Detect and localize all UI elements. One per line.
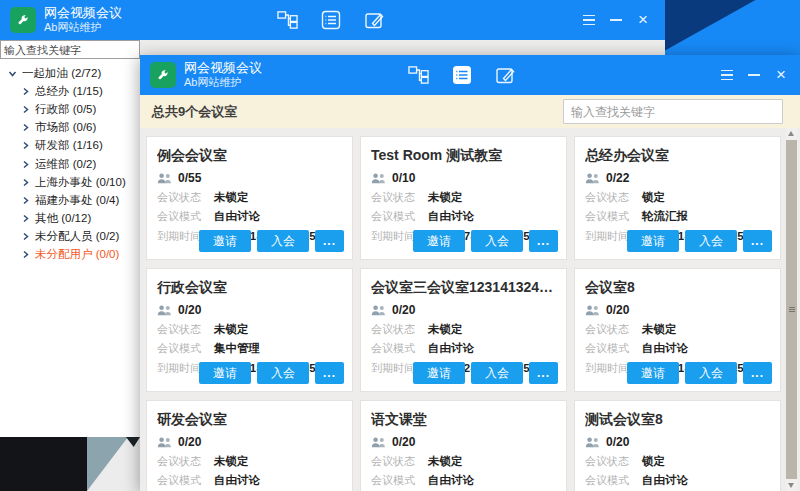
card-actions: 邀请 入会 ...	[627, 230, 772, 252]
status-label: 会议状态	[371, 190, 428, 205]
scroll-up-icon[interactable]	[788, 131, 794, 136]
mode-row: 会议模式 轮流汇报	[585, 209, 772, 224]
scrollbar-thumb[interactable]	[786, 140, 797, 479]
meeting-room-card: Test Room 测试教室 0/10 会议状态 未锁定	[360, 136, 567, 260]
room-search-input[interactable]	[563, 99, 783, 124]
invite-button[interactable]: 邀请	[413, 362, 465, 384]
tree-item[interactable]: 行政部 (0/5)	[0, 100, 140, 118]
join-button[interactable]: 入会	[685, 362, 737, 384]
tree-item[interactable]: 一起加油 (2/72)	[0, 64, 140, 82]
org-chart-icon[interactable]	[277, 10, 298, 31]
invite-button[interactable]: 邀请	[199, 362, 251, 384]
mode-value: 自由讨论	[642, 341, 688, 356]
room-list-icon-active[interactable]	[451, 65, 472, 86]
mode-label: 会议模式	[157, 473, 214, 488]
org-chart-icon[interactable]	[408, 65, 429, 86]
join-button[interactable]: 入会	[257, 362, 309, 384]
mode-value: 自由讨论	[428, 473, 474, 488]
status-row: 会议状态 锁定	[585, 454, 772, 469]
join-button[interactable]: 入会	[471, 230, 523, 252]
mode-row: 会议模式 集中管理	[157, 341, 344, 356]
tree-item[interactable]: 未分配人员 (0/2)	[0, 228, 140, 246]
invite-button[interactable]: 邀请	[627, 362, 679, 384]
invite-button[interactable]: 邀请	[413, 230, 465, 252]
scroll-down-icon[interactable]	[788, 483, 794, 488]
close-icon[interactable]: ×	[636, 13, 650, 27]
more-button[interactable]: ...	[743, 362, 772, 384]
app-logo-icon	[150, 62, 176, 88]
status-row: 会议状态 未锁定	[157, 190, 344, 205]
mode-label: 会议模式	[371, 341, 428, 356]
room-name: 行政会议室	[157, 279, 344, 297]
compose-icon[interactable]	[363, 10, 384, 31]
status-value: 未锁定	[428, 190, 463, 205]
card-actions: 邀请 入会 ...	[199, 230, 344, 252]
foreground-titlebar[interactable]: 网会视频会议 Ab网站维护	[140, 55, 800, 95]
scrollbar-grip-icon	[789, 307, 795, 313]
occupancy-row: 0/10	[371, 171, 558, 185]
tree-item[interactable]: 市场部 (0/6)	[0, 119, 140, 137]
more-button[interactable]: ...	[529, 230, 558, 252]
status-row: 会议状态 未锁定	[157, 454, 344, 469]
mode-value: 轮流汇报	[642, 209, 688, 224]
tree-item-label: 未分配用户 (0/0)	[35, 247, 119, 262]
card-actions: 邀请 入会 ...	[199, 362, 344, 384]
room-name: 研发会议室	[157, 411, 344, 429]
more-button[interactable]: ...	[743, 230, 772, 252]
status-label: 会议状态	[157, 190, 214, 205]
more-button[interactable]: ...	[315, 230, 344, 252]
chevron-right-icon	[21, 250, 30, 259]
mode-row: 会议模式 自由讨论	[371, 473, 558, 488]
minimize-icon[interactable]	[747, 68, 761, 82]
menu-icon[interactable]	[720, 68, 734, 82]
meeting-room-card: 会议室8 0/20 会议状态 未锁定	[574, 268, 781, 392]
contact-search-input[interactable]	[0, 40, 140, 59]
meeting-room-card: 行政会议室 0/20 会议状态 未锁定	[146, 268, 353, 392]
status-label: 会议状态	[585, 454, 642, 469]
status-label: 会议状态	[585, 322, 642, 337]
tree-item[interactable]: 未分配用户 (0/0)	[0, 246, 140, 264]
join-button[interactable]: 入会	[471, 362, 523, 384]
meeting-room-card: 测试会议室8 0/20 会议状态 锁定	[574, 400, 781, 491]
invite-button[interactable]: 邀请	[199, 230, 251, 252]
close-icon[interactable]: ×	[774, 68, 788, 82]
people-icon	[157, 437, 172, 448]
tree-item[interactable]: 运维部 (0/2)	[0, 155, 140, 173]
occupancy-value: 0/22	[606, 171, 629, 185]
invite-button[interactable]: 邀请	[627, 230, 679, 252]
tree-item[interactable]: 其他 (0/12)	[0, 210, 140, 228]
room-count-text: 总共9个会议室	[152, 103, 237, 121]
occupancy-row: 0/22	[585, 171, 772, 185]
chevron-right-icon	[21, 141, 30, 150]
menu-icon[interactable]	[582, 13, 596, 27]
chevron-right-icon	[21, 160, 30, 169]
window-controls: ×	[582, 0, 650, 40]
status-value: 未锁定	[428, 322, 463, 337]
meeting-room-card: 研发会议室 0/20 会议状态 未锁定	[146, 400, 353, 491]
mode-value: 集中管理	[214, 341, 260, 356]
status-value: 未锁定	[642, 322, 677, 337]
mode-label: 会议模式	[585, 473, 642, 488]
room-name: 例会会议室	[157, 147, 344, 165]
desktop: 网会视频会议 Ab网站维护	[0, 0, 800, 491]
minimize-icon[interactable]	[609, 13, 623, 27]
more-button[interactable]: ...	[315, 362, 344, 384]
more-button[interactable]: ...	[529, 362, 558, 384]
tree-item[interactable]: 福建办事处 (0/4)	[0, 191, 140, 209]
mode-value: 自由讨论	[214, 209, 260, 224]
join-button[interactable]: 入会	[685, 230, 737, 252]
compose-icon[interactable]	[494, 65, 515, 86]
vertical-scrollbar[interactable]	[786, 128, 797, 491]
tree-item[interactable]: 研发部 (1/16)	[0, 137, 140, 155]
card-actions: 邀请 入会 ...	[413, 230, 558, 252]
background-titlebar[interactable]: 网会视频会议 Ab网站维护	[0, 0, 665, 40]
tree-item[interactable]: 上海办事处 (0/10)	[0, 173, 140, 191]
status-label: 会议状态	[371, 322, 428, 337]
tree-item-label: 总经办 (1/15)	[35, 84, 103, 99]
window-subtitle: Ab网站维护	[44, 21, 122, 34]
mode-label: 会议模式	[585, 341, 642, 356]
tree-item[interactable]: 总经办 (1/15)	[0, 82, 140, 100]
join-button[interactable]: 入会	[257, 230, 309, 252]
chevron-right-icon	[21, 87, 30, 96]
room-list-icon[interactable]	[320, 10, 341, 31]
